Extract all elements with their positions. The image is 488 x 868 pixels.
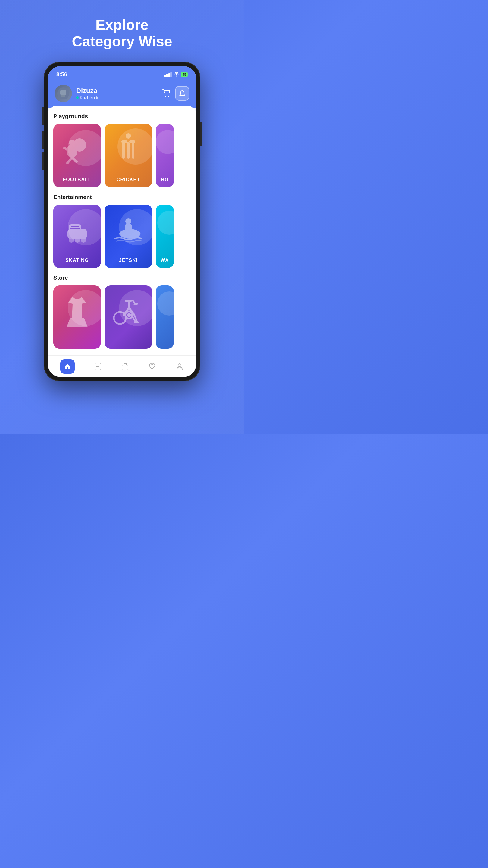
svg-point-8 <box>69 140 75 146</box>
svg-point-23 <box>81 237 86 243</box>
headline: Explore Category Wise <box>72 17 172 50</box>
category-card-football[interactable]: FOOTBALL <box>53 124 101 187</box>
user-name: Dizuza <box>76 87 158 95</box>
svg-point-18 <box>126 133 131 138</box>
svg-point-4 <box>165 96 166 97</box>
nav-book[interactable] <box>94 362 102 371</box>
svg-point-21 <box>69 237 74 243</box>
svg-rect-2 <box>60 90 66 95</box>
section-title-playgrounds: Playgrounds <box>53 113 191 120</box>
card-bg-circle <box>156 130 174 154</box>
category-card-store3-partial[interactable] <box>156 285 174 349</box>
entertainment-cards-row: SKATING <box>53 205 191 268</box>
jetski-icon <box>113 214 143 247</box>
home-icon[interactable] <box>60 359 75 374</box>
svg-point-22 <box>75 237 80 243</box>
bottom-navigation <box>48 355 196 377</box>
svg-rect-3 <box>61 95 65 97</box>
card-bg-circle <box>157 291 174 315</box>
svg-rect-17 <box>129 141 135 143</box>
svg-line-10 <box>72 158 76 161</box>
header-actions <box>162 86 190 101</box>
football-label: FOOTBALL <box>63 177 91 182</box>
water-label: WA <box>161 258 169 263</box>
section-entertainment: Entertainment <box>53 194 191 268</box>
jetski-label: JETSKI <box>119 258 138 263</box>
skating-label: SKATING <box>65 258 89 263</box>
battery-indicator: 45 <box>181 72 188 77</box>
skating-icon <box>62 214 92 247</box>
user-icon <box>175 362 184 371</box>
app-header: Dizuza Kozhikode - <box>48 81 196 108</box>
book-icon <box>94 362 102 371</box>
status-icons: 45 <box>164 72 188 77</box>
user-location: Kozhikode - <box>76 95 158 100</box>
box-icon <box>121 362 129 371</box>
status-bar: 8:56 45 <box>48 66 196 81</box>
svg-point-48 <box>178 364 181 367</box>
cricket-label: CRICKET <box>117 177 140 182</box>
wifi-icon <box>174 72 179 76</box>
nav-user[interactable] <box>175 362 184 371</box>
svg-rect-14 <box>127 142 130 158</box>
location-dot <box>76 96 78 99</box>
scroll-content: Playgrounds <box>48 106 196 366</box>
svg-rect-16 <box>121 141 127 143</box>
store-cards-row <box>53 285 191 349</box>
user-info: Dizuza Kozhikode - <box>76 87 158 100</box>
status-time: 8:56 <box>56 71 67 78</box>
bike-icon <box>113 294 143 328</box>
card-bg-circle <box>157 211 174 235</box>
svg-point-38 <box>114 312 126 324</box>
phone-screen: 8:56 45 <box>48 66 196 377</box>
section-playgrounds: Playgrounds <box>53 113 191 187</box>
category-card-water-partial[interactable]: WA <box>156 205 174 268</box>
football-icon <box>62 133 92 166</box>
signal-icon <box>164 72 172 77</box>
notification-button[interactable] <box>175 86 190 101</box>
svg-line-32 <box>134 304 137 304</box>
svg-point-0 <box>176 76 177 76</box>
location-text: Kozhikode - <box>80 95 102 100</box>
category-card-jetski[interactable]: JETSKI <box>104 205 152 268</box>
headline-line1: Explore <box>72 17 172 33</box>
playgrounds-cards-row: FOOTBALL <box>53 124 191 187</box>
svg-rect-29 <box>125 300 132 302</box>
heart-icon <box>148 362 156 371</box>
section-store: Store <box>53 275 191 349</box>
nav-heart[interactable] <box>148 362 156 371</box>
category-card-bike[interactable] <box>104 285 152 349</box>
section-title-entertainment: Entertainment <box>53 194 191 200</box>
cart-icon[interactable] <box>162 89 171 98</box>
nav-home[interactable] <box>60 359 75 374</box>
svg-point-5 <box>168 96 169 97</box>
svg-rect-15 <box>132 142 134 158</box>
category-card-clothing[interactable] <box>53 285 101 349</box>
svg-rect-20 <box>69 224 81 231</box>
clothing-icon <box>62 294 92 328</box>
svg-rect-13 <box>122 142 125 158</box>
category-card-cricket[interactable]: CRICKET <box>104 124 152 187</box>
svg-rect-47 <box>122 365 128 370</box>
cricket-icon <box>113 133 143 166</box>
hockey-label: HO <box>161 177 169 182</box>
avatar <box>55 85 72 102</box>
headline-line2: Category Wise <box>72 33 172 50</box>
phone-mockup: 8:56 45 <box>44 62 200 381</box>
section-title-store: Store <box>53 275 191 281</box>
category-card-skating[interactable]: SKATING <box>53 205 101 268</box>
category-card-hockey-partial[interactable]: HO <box>156 124 174 187</box>
nav-box[interactable] <box>121 362 129 371</box>
